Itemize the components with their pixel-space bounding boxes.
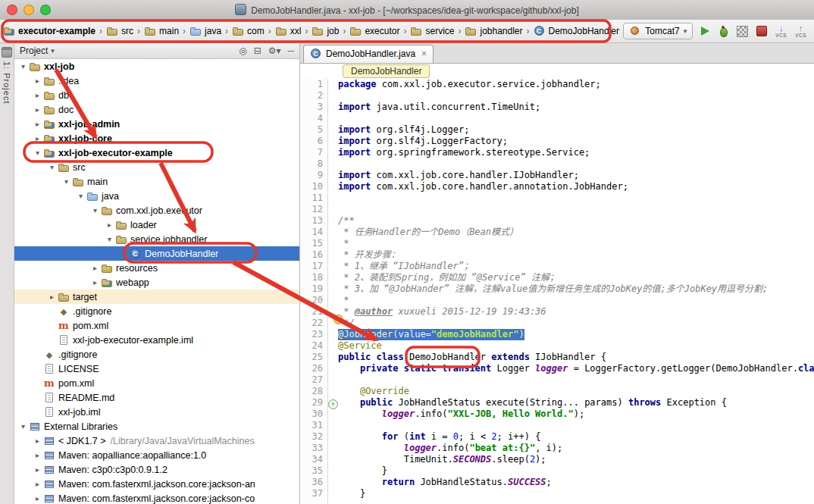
project-tool-window-button[interactable]: 1: Project (2, 61, 11, 104)
tree-caret[interactable]: ▸ (32, 91, 43, 99)
hide-panel-button[interactable]: ─ (287, 45, 294, 56)
tree-item[interactable]: ▸db (14, 88, 299, 102)
code-line[interactable]: import org.slf4j.Logger; (338, 124, 814, 136)
tree-item[interactable]: ▸Maven: com.fasterxml.jackson.core:jacks… (14, 491, 299, 504)
code-line[interactable]: @Service (338, 340, 814, 352)
code-line[interactable] (338, 113, 814, 124)
breadcrumb-item[interactable]: java (188, 25, 223, 37)
code-editor[interactable]: 1234567891011121314151617181920212223242… (300, 79, 814, 504)
breadcrumb-item[interactable]: service (409, 25, 456, 37)
vcs-update-button[interactable]: ↓ VCS (775, 24, 787, 39)
code-line[interactable]: import org.slf4j.LoggerFactory; (338, 136, 814, 147)
tree-caret[interactable]: ▾ (32, 149, 43, 157)
code-line[interactable]: private static transient Logger logger =… (338, 363, 814, 374)
tree-caret[interactable]: ▾ (17, 422, 29, 430)
code-line[interactable]: import com.xxl.job.core.handler.IJobHand… (338, 170, 814, 181)
tree-caret[interactable]: ▾ (75, 192, 86, 200)
breadcrumb-item[interactable]: com (230, 25, 266, 37)
code-line[interactable]: * 开发步骤： (338, 249, 814, 261)
tree-caret[interactable]: ▸ (46, 293, 58, 301)
tree-item[interactable]: README.md (14, 390, 299, 405)
tree-item[interactable]: ▸webapp (14, 275, 299, 290)
code-line[interactable]: /** (338, 215, 814, 227)
tree-item[interactable]: ▸doc (14, 102, 299, 117)
editor-tab[interactable]: DemoJobHandler.java × (303, 45, 434, 63)
code-line[interactable]: } (338, 465, 814, 477)
tree-item[interactable]: ▾java (14, 189, 299, 203)
settings-gear-button[interactable]: ⚙▾ (268, 45, 281, 56)
code-line[interactable]: */ (338, 318, 814, 329)
close-tab-icon[interactable]: × (421, 49, 427, 59)
project-panel-title[interactable]: Project ▾ (20, 45, 55, 56)
coverage-button[interactable] (737, 26, 748, 37)
tree-item[interactable]: ▾main (14, 174, 299, 189)
code-line[interactable]: * (338, 238, 814, 249)
intention-bulb-icon[interactable] (333, 315, 343, 324)
code-line[interactable]: package com.xxl.job.executor.service.job… (338, 79, 814, 90)
tree-caret[interactable]: ▸ (32, 120, 43, 128)
code-line[interactable]: * (338, 295, 814, 306)
tree-item[interactable]: ▸loader (14, 218, 299, 232)
tree-item[interactable]: xxl-job.iml (14, 405, 299, 419)
run-button[interactable] (701, 27, 709, 36)
code-line[interactable] (338, 90, 814, 102)
code-line[interactable]: import org.springframework.stereotype.Se… (338, 147, 814, 158)
tree-caret[interactable]: ▸ (104, 221, 115, 229)
tree-item[interactable]: LICENSE (14, 362, 299, 376)
tree-item[interactable]: ▸.idea (14, 74, 299, 88)
tree-caret[interactable]: ▸ (89, 264, 101, 272)
code-line[interactable] (338, 374, 814, 386)
code-line[interactable] (338, 158, 814, 170)
tree-caret[interactable]: ▸ (32, 494, 43, 502)
code-line[interactable]: * 任务Handler的一个Demo（Bean模式） (338, 227, 814, 238)
tree-caret[interactable]: ▸ (32, 105, 43, 114)
tree-caret[interactable]: ▾ (89, 206, 101, 214)
breadcrumb-item[interactable]: job (310, 25, 340, 37)
breadcrumb-item[interactable]: src (105, 25, 135, 37)
tree-caret[interactable]: ▸ (32, 465, 43, 474)
tree-item[interactable]: ▸target (14, 290, 299, 304)
tree-item[interactable]: ▸Maven: aopalliance:aopalliance:1.0 (14, 448, 299, 462)
tree-caret[interactable]: ▸ (32, 134, 43, 142)
code-line[interactable]: } (338, 488, 814, 499)
code-line[interactable] (338, 193, 814, 204)
override-marker-icon[interactable]: ↑ (328, 399, 338, 409)
tree-item[interactable]: ▸Maven: com.fasterxml.jackson.core:jacks… (14, 477, 299, 491)
code-line[interactable]: logger.info("XXL-JOB, Hello World."); (338, 409, 814, 420)
code-line[interactable]: public class DemoJobHandler extends IJob… (338, 352, 814, 363)
tree-item[interactable]: ▾xxl-job-executor-example (14, 146, 299, 160)
tree-item[interactable]: .gitignore (14, 347, 299, 362)
tree-caret[interactable]: ▾ (17, 62, 29, 70)
code-line[interactable]: TimeUnit.SECONDS.sleep(2); (338, 454, 814, 465)
tree-item[interactable]: ▸resources (14, 261, 299, 275)
project-tool-window-icon[interactable] (2, 47, 12, 58)
tree-item[interactable]: ▾src (14, 160, 299, 174)
tree-item[interactable]: .gitignore (14, 304, 299, 318)
tree-item[interactable]: pom.xml (14, 376, 299, 390)
code-line[interactable]: * @author xuxueli 2015-12-19 19:43:36 (338, 306, 814, 318)
tree-item[interactable]: ▾xxl-job (14, 59, 299, 74)
collapse-all-button[interactable]: ⊟ (254, 45, 261, 56)
code-line[interactable]: * 3、加 “@JobHander” 注解，注解value值为新增任务生成的Jo… (338, 283, 814, 295)
editor-breadcrumb-chip[interactable]: DemoJobHandler (343, 64, 430, 78)
tree-item[interactable]: ▸< JDK1.7 >/Library/Java/JavaVirtualMach… (14, 434, 299, 448)
breadcrumb-item[interactable]: main (142, 25, 180, 37)
code-line[interactable]: @Override (338, 386, 814, 397)
tree-item[interactable]: ▸xxl-job-core (14, 131, 299, 146)
tree-item[interactable]: ▾service.jobhandler (14, 232, 299, 246)
tree-caret[interactable]: ▸ (32, 77, 43, 85)
breadcrumb-item[interactable]: DemoJobHandler (532, 25, 621, 37)
breadcrumb-item[interactable]: jobhandler (463, 25, 524, 37)
tree-item[interactable]: ▾com.xxl.job.executor (14, 203, 299, 218)
code-line[interactable]: * 2、装配到Spring，例如加 “@Service” 注解； (338, 272, 814, 283)
tree-caret[interactable]: ▾ (46, 163, 58, 171)
run-configuration-select[interactable]: Tomcat7 ▾ (623, 23, 693, 39)
code-line[interactable]: for (int i = 0; i < 2; i++) { (338, 431, 814, 443)
breadcrumb-item[interactable]: executor-example (2, 25, 97, 37)
tree-caret[interactable]: ▾ (61, 177, 72, 186)
code-line[interactable]: * 1、继承 “IJobHandler”； (338, 261, 814, 272)
code-line[interactable] (338, 420, 814, 431)
tree-item[interactable]: ▸xxl-job-admin (14, 117, 299, 131)
debug-button[interactable] (718, 26, 728, 36)
tree-item[interactable]: ▸Maven: c3p0:c3p0:0.9.1.2 (14, 462, 299, 477)
